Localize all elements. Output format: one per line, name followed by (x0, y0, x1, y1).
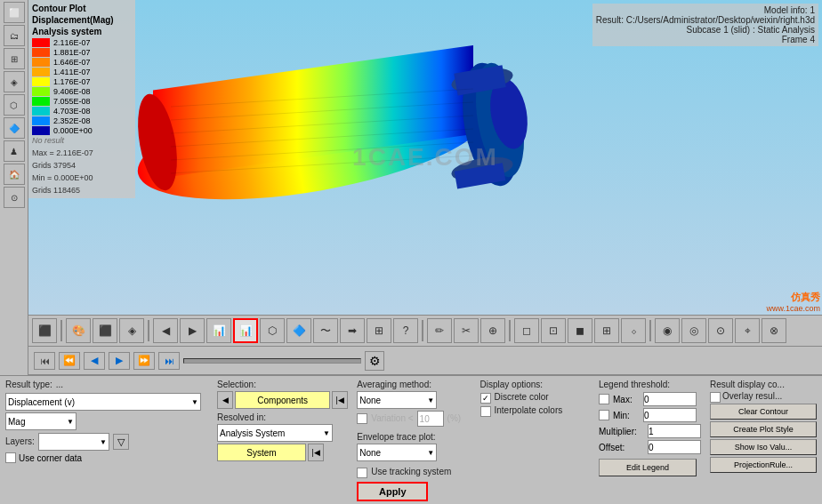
toolbar-btn-edit3[interactable]: ⊕ (480, 318, 505, 343)
playback-slider[interactable] (183, 358, 361, 364)
sidebar-icon-4[interactable]: ◈ (4, 71, 25, 92)
model-info-line2: Result: C:/Users/Administrator/Desktop/w… (596, 15, 815, 25)
btn-play[interactable]: ▶ (109, 352, 130, 370)
toolbar-btn-note3[interactable]: ⊙ (708, 318, 733, 343)
thresh-max-row: Max: (599, 392, 701, 406)
toolbar-btn-streamline[interactable]: 〜 (313, 318, 338, 343)
thresh-max-check[interactable] (599, 394, 609, 404)
sidebar-icon-3[interactable]: ⊞ (4, 48, 25, 69)
system-end-btn[interactable]: |◀ (308, 444, 324, 461)
tracking-label: Use tracking system (371, 467, 451, 476)
result-display-label: Result display co... (710, 380, 817, 389)
toolbar-btn-note5[interactable]: ⊗ (762, 318, 786, 343)
thresh-min-input[interactable] (643, 408, 697, 422)
apply-row: Apply (357, 482, 471, 501)
sidebar-icon-6[interactable]: 🔷 (4, 117, 25, 139)
toolbar-btn-note1[interactable]: ◉ (655, 318, 680, 343)
resolved-in-select[interactable]: Analysis System ▼ (217, 424, 333, 442)
clear-contour-button[interactable]: Clear Contour (710, 404, 817, 420)
variation-input[interactable] (417, 411, 444, 427)
legend-bar-item: 9.406E-08 (32, 87, 132, 96)
toolbar-btn-dim4[interactable]: ⊞ (594, 318, 619, 343)
tracking-check[interactable] (357, 468, 367, 478)
toolbar-btn-contour[interactable]: 📊 (233, 318, 258, 343)
components-button[interactable]: Components (235, 391, 330, 409)
toolbar-btn-track[interactable]: ⊞ (367, 318, 391, 343)
envelope-arrow: ▼ (427, 449, 434, 457)
legend-grids2: Grids 118465 (32, 186, 132, 195)
avg-arrow: ▼ (427, 396, 434, 404)
interpolate-check[interactable] (480, 406, 491, 417)
create-plot-style-button[interactable]: Create Plot Style (710, 421, 817, 437)
discrete-label: Discrete color (495, 392, 549, 402)
result-subtype-select[interactable]: Mag ▼ (5, 412, 77, 430)
toolbar-btn-dim2[interactable]: ⊡ (541, 318, 566, 343)
thresh-mult-label: Multiplier: (599, 427, 644, 436)
toolbar-btn-cube[interactable]: ⬛ (93, 318, 117, 343)
legend-bar-item: 0.000E+00 (32, 126, 132, 135)
toolbar-btn-iso[interactable]: 🔷 (286, 318, 311, 343)
sidebar-icon-9[interactable]: ⊙ (4, 187, 25, 208)
sidebar-icon-7[interactable]: ♟ (4, 140, 25, 162)
selection-end-btn[interactable]: |◀ (332, 391, 348, 409)
interpolate-label: Interpolate colors (495, 405, 563, 415)
btn-next-next[interactable]: ⏭ (158, 352, 180, 370)
overlay-check[interactable] (710, 392, 721, 403)
toolbar-btn-chart[interactable]: 📊 (206, 318, 231, 343)
toolbar-btn-dim1[interactable]: ◻ (514, 318, 539, 343)
sidebar-icon-1[interactable]: ⬜ (4, 2, 25, 23)
btn-prev-prev[interactable]: ⏮ (34, 352, 55, 370)
thresh-max-label: Max: (613, 395, 640, 404)
layers-select[interactable]: ▼ (38, 433, 109, 451)
legend-bar-item: 1.176E-07 (32, 77, 132, 86)
toolbar-btn-dim3[interactable]: ◼ (568, 318, 592, 343)
toolbar-btn-color[interactable]: 🎨 (66, 318, 91, 343)
legend-bar-item: 4.703E-08 (32, 107, 132, 116)
model-info: Model info: 1 Result: C:/Users/Administr… (592, 4, 818, 46)
envelope-select[interactable]: None ▼ (357, 444, 437, 461)
thresh-mult-input[interactable] (648, 424, 701, 438)
corner-check-box[interactable] (5, 452, 16, 463)
thresh-min-check[interactable] (599, 410, 609, 420)
filter-button[interactable]: ▽ (113, 434, 129, 450)
btn-prev[interactable]: ⏪ (59, 352, 80, 370)
toolbar-btn-arrow2[interactable]: ▶ (180, 318, 205, 343)
btn-play-back[interactable]: ◀ (84, 352, 105, 370)
variation-label: Variation < (371, 413, 413, 423)
toolbar-btn-rotate[interactable]: ⬛ (32, 318, 57, 343)
btn-next[interactable]: ⏩ (133, 352, 155, 370)
variation-check[interactable] (357, 413, 367, 424)
wm-bottom: 仿真秀 www.1cae.com (766, 291, 820, 313)
main-toolbar: ⬛ 🎨 ⬛ ◈ ◀ ▶ 📊 📊 ⬡ 🔷 〜 ➡ ⊞ ? ✏ ✂ ⊕ (28, 315, 822, 347)
toolbar-btn-note2[interactable]: ◎ (681, 318, 706, 343)
toolbar-btn-dim5[interactable]: ⬦ (621, 318, 646, 343)
system-row: System |◀ (217, 444, 348, 461)
thresh-max-input[interactable] (643, 392, 697, 406)
thresh-offset-input[interactable] (648, 440, 701, 454)
sidebar-icon-5[interactable]: ⬡ (4, 94, 25, 116)
discrete-check[interactable] (480, 393, 491, 404)
selection-prev-btn[interactable]: ◀ (217, 391, 233, 409)
system-button[interactable]: System (217, 444, 306, 461)
sidebar-icon-2[interactable]: 🗂 (4, 25, 25, 46)
toolbar-btn-edit1[interactable]: ✏ (427, 318, 452, 343)
variation-unit: (%) (447, 413, 462, 423)
edit-legend-button[interactable]: Edit Legend (599, 459, 697, 476)
show-iso-value-button[interactable]: Show Iso Valu... (710, 439, 817, 455)
toolbar-btn-arrow1[interactable]: ◀ (153, 318, 178, 343)
apply-button[interactable]: Apply (357, 482, 428, 501)
gear-button[interactable]: ⚙ (365, 351, 384, 371)
avg-select[interactable]: None ▼ (357, 391, 437, 409)
toolbar-btn-query[interactable]: ? (393, 318, 418, 343)
toolbar-btn-edit2[interactable]: ✂ (454, 318, 479, 343)
wm-text1: 仿真秀 (791, 291, 820, 304)
toolbar-btn-note4[interactable]: ⌖ (735, 318, 760, 343)
projection-rule-button[interactable]: ProjectionRule... (710, 457, 817, 473)
sidebar-icon-8[interactable]: 🏠 (4, 164, 25, 185)
toolbar-btn-arrow3[interactable]: ➡ (340, 318, 365, 343)
overlay-label: Overlay resul... (722, 391, 782, 401)
result-type-select[interactable]: Displacement (v) ▼ (5, 393, 201, 411)
toolbar-btn-mesh[interactable]: ◈ (119, 318, 144, 343)
toolbar-btn-warp[interactable]: ⬡ (260, 318, 285, 343)
edit-legend-label: Edit Legend (626, 463, 669, 472)
